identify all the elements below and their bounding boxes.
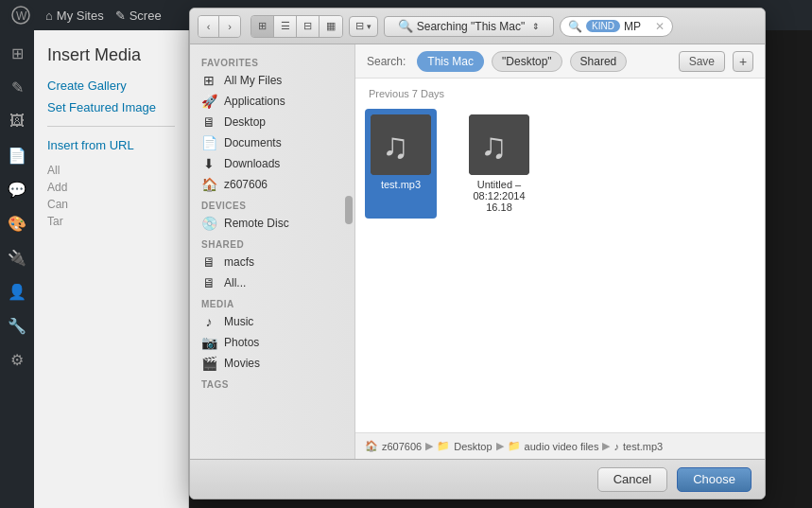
path-item-folder2[interactable]: audio video files bbox=[525, 441, 599, 452]
sidebar-item-photos-label: Photos bbox=[224, 336, 259, 349]
this-mac-tab[interactable]: This Mac bbox=[417, 51, 484, 72]
sidebar-icon-posts[interactable]: ✎ bbox=[2, 72, 32, 102]
svg-text:♫: ♫ bbox=[480, 126, 508, 166]
path-sep-3: ▶ bbox=[602, 440, 610, 452]
documents-icon: 📄 bbox=[201, 135, 216, 150]
tab-can[interactable]: Can bbox=[47, 198, 175, 211]
coverflow-view-button[interactable]: ▦ bbox=[320, 16, 342, 37]
downloads-icon: ⬇ bbox=[201, 156, 216, 171]
sidebar-icon-media[interactable]: 🖼 bbox=[2, 106, 32, 136]
sidebar-item-movies-label: Movies bbox=[224, 357, 260, 370]
server-icon: 🖥 bbox=[201, 254, 216, 270]
save-search-button[interactable]: Save bbox=[679, 51, 725, 72]
file-item-test-mp3[interactable]: ♫ test.mp3 bbox=[365, 109, 437, 219]
sidebar-item-downloads[interactable]: ⬇ Downloads bbox=[190, 153, 354, 174]
choose-button[interactable]: Choose bbox=[677, 467, 752, 492]
tab-add[interactable]: Add bbox=[47, 181, 175, 194]
path-item-folder1[interactable]: Desktop bbox=[454, 441, 492, 452]
sidebar-item-all-shared-label: All... bbox=[224, 276, 246, 289]
file-picker-dialog: ‹ › ⊞ ☰ ⊟ ▦ ⊟ ▾ 🔍 Searching "This Mac" ⇕… bbox=[189, 8, 766, 499]
picker-sidebar: FAVORITES ⊞ All My Files 🚀 Applications … bbox=[190, 44, 355, 459]
add-search-button[interactable]: + bbox=[733, 51, 753, 72]
sidebar-item-macfs[interactable]: 🖥 macfs bbox=[190, 252, 354, 272]
folder-icon: 🔍 bbox=[398, 19, 413, 33]
sidebar-icon-pages[interactable]: 📄 bbox=[2, 140, 32, 170]
svg-text:♫: ♫ bbox=[382, 126, 409, 166]
sidebar-icon-tools[interactable]: 🔧 bbox=[2, 310, 32, 341]
arrange-icon: ⊟ bbox=[355, 20, 364, 32]
applications-icon: 🚀 bbox=[201, 94, 216, 109]
sidebar-item-remote-disc-label: Remote Disc bbox=[224, 217, 289, 230]
sidebar-item-music-label: Music bbox=[224, 315, 253, 328]
search-value: MP bbox=[624, 20, 641, 33]
file-name-test-mp3: test.mp3 bbox=[381, 179, 421, 190]
search-icon: 🔍 bbox=[568, 20, 582, 33]
sidebar-item-movies[interactable]: 🎬 Movies bbox=[190, 353, 354, 374]
sidebar-item-z607606[interactable]: 🏠 z607606 bbox=[190, 174, 354, 195]
sidebar-icon-appearance[interactable]: 🎨 bbox=[2, 208, 32, 238]
sidebar-item-documents[interactable]: 📄 Documents bbox=[190, 132, 354, 153]
media-label: MEDIA bbox=[190, 293, 354, 311]
path-icon-folder2: 📁 bbox=[508, 440, 521, 452]
sidebar-item-applications[interactable]: 🚀 Applications bbox=[190, 91, 354, 112]
home-icon: 🏠 bbox=[201, 177, 216, 192]
forward-button[interactable]: › bbox=[219, 16, 240, 37]
location-label: Searching "This Mac" bbox=[417, 20, 526, 33]
music-icon: ♪ bbox=[201, 314, 216, 329]
my-sites-link[interactable]: ⌂ My Sites bbox=[45, 9, 104, 23]
search-label: Search: bbox=[367, 55, 406, 68]
sidebar-icon-comments[interactable]: 💬 bbox=[2, 174, 32, 204]
back-button[interactable]: ‹ bbox=[199, 16, 219, 37]
sidebar-item-downloads-label: Downloads bbox=[224, 157, 280, 170]
sidebar-item-z607606-label: z607606 bbox=[224, 178, 268, 191]
set-featured-image-link[interactable]: Set Featured Image bbox=[47, 100, 175, 114]
desktop-tab[interactable]: "Desktop" bbox=[492, 51, 562, 72]
search-clear-icon[interactable]: ✕ bbox=[655, 20, 665, 33]
movies-icon: 🎬 bbox=[201, 356, 216, 371]
column-view-button[interactable]: ⊟ bbox=[297, 16, 320, 37]
location-dropdown[interactable]: 🔍 Searching "This Mac" ⇕ bbox=[384, 16, 554, 37]
file-grid: Previous 7 Days ♫ test.mp3 bbox=[355, 79, 765, 432]
shared-tab[interactable]: Shared bbox=[570, 51, 628, 72]
divider bbox=[47, 126, 175, 127]
file-thumb-untitled: ♫ bbox=[469, 114, 529, 175]
sidebar-item-remote-disc[interactable]: 💿 Remote Disc bbox=[190, 213, 354, 234]
tab-tar[interactable]: Tar bbox=[47, 215, 175, 228]
arrange-chevron-icon: ▾ bbox=[367, 22, 371, 31]
sidebar-icon-plugins[interactable]: 🔌 bbox=[2, 242, 32, 272]
path-item-home[interactable]: z607606 bbox=[382, 441, 422, 452]
sidebar-item-macfs-label: macfs bbox=[224, 255, 254, 269]
file-item-untitled[interactable]: ♫ Untitled –08:12:2014 16.18 bbox=[456, 109, 543, 219]
sidebar-icon-dashboard[interactable]: ⊞ bbox=[2, 38, 32, 68]
path-sep-1: ▶ bbox=[425, 440, 433, 452]
file-thumb-test-mp3: ♫ bbox=[371, 114, 431, 175]
sidebar-item-desktop[interactable]: 🖥 Desktop bbox=[190, 112, 354, 132]
favorites-label: FAVORITES bbox=[190, 52, 354, 70]
sidebar-scrollbar[interactable] bbox=[345, 196, 353, 224]
insert-media-title: Insert Media bbox=[47, 45, 175, 65]
sidebar-icon-users[interactable]: 👤 bbox=[2, 276, 32, 307]
create-gallery-link[interactable]: Create Gallery bbox=[47, 79, 175, 93]
sidebar-item-desktop-label: Desktop bbox=[224, 115, 266, 129]
search-kind-pill[interactable]: KIND bbox=[586, 20, 620, 32]
path-icon-folder1: 📁 bbox=[437, 440, 450, 452]
list-view-button[interactable]: ☰ bbox=[274, 16, 297, 37]
sidebar-item-all-shared[interactable]: 🖥 All... bbox=[190, 272, 354, 293]
wp-logo-icon[interactable]: W bbox=[8, 2, 34, 28]
screen-link[interactable]: ✎ Scree bbox=[115, 9, 162, 23]
icon-view-button[interactable]: ⊞ bbox=[251, 16, 274, 37]
sidebar-item-all-my-files[interactable]: ⊞ All My Files bbox=[190, 70, 354, 91]
tab-all[interactable]: All bbox=[47, 164, 175, 177]
cancel-button[interactable]: Cancel bbox=[597, 467, 667, 492]
sidebar-item-photos[interactable]: 📷 Photos bbox=[190, 332, 354, 353]
sidebar-item-music[interactable]: ♪ Music bbox=[190, 311, 354, 332]
desktop-icon: 🖥 bbox=[201, 114, 216, 130]
sidebar-item-all-my-files-label: All My Files bbox=[224, 74, 282, 87]
arrange-button[interactable]: ⊟ ▾ bbox=[349, 16, 378, 37]
search-box[interactable]: 🔍 KIND MP ✕ bbox=[560, 16, 673, 37]
picker-toolbar: ‹ › ⊞ ☰ ⊟ ▦ ⊟ ▾ 🔍 Searching "This Mac" ⇕… bbox=[190, 9, 765, 44]
sidebar-item-documents-label: Documents bbox=[224, 136, 282, 149]
sidebar-icon-settings[interactable]: ⚙ bbox=[2, 344, 32, 375]
path-item-file[interactable]: test.mp3 bbox=[623, 441, 663, 452]
insert-from-url-link[interactable]: Insert from URL bbox=[47, 138, 175, 152]
